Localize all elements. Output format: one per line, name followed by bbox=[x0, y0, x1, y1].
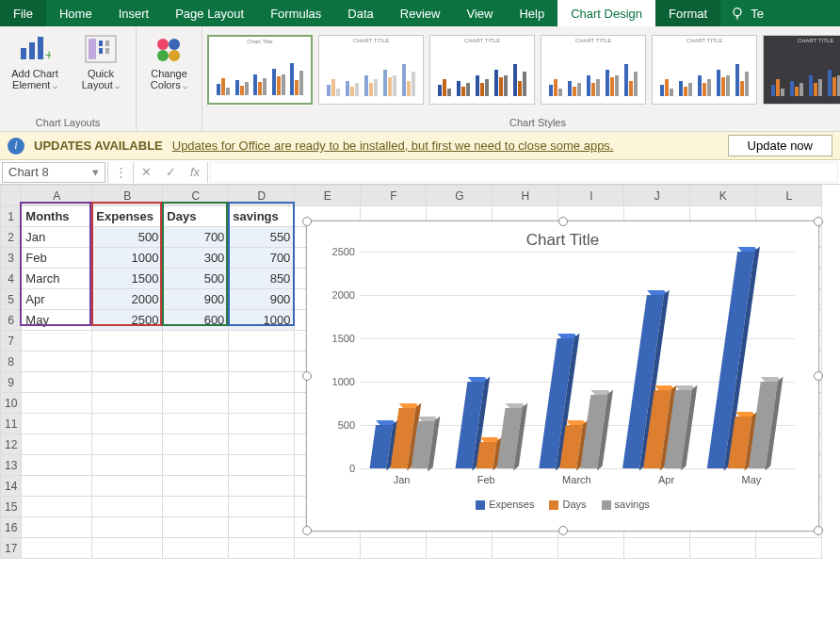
cell[interactable] bbox=[92, 393, 163, 414]
cell[interactable]: 700 bbox=[229, 248, 295, 269]
cell[interactable] bbox=[22, 331, 92, 352]
row-header-7[interactable]: 7 bbox=[1, 331, 22, 352]
tab-home[interactable]: Home bbox=[46, 0, 105, 26]
tab-page-layout[interactable]: Page Layout bbox=[162, 0, 257, 26]
tab-file[interactable]: File bbox=[0, 0, 46, 26]
quick-layout-button[interactable]: Quick Layout bbox=[71, 35, 131, 91]
cell[interactable] bbox=[229, 497, 295, 517]
cell[interactable] bbox=[163, 331, 229, 352]
cell[interactable] bbox=[229, 352, 295, 372]
cell[interactable] bbox=[295, 538, 361, 559]
cell[interactable] bbox=[163, 352, 229, 372]
cell[interactable] bbox=[163, 372, 229, 393]
cell[interactable]: Days bbox=[163, 206, 229, 227]
tab-view[interactable]: View bbox=[453, 0, 506, 26]
resize-handle[interactable] bbox=[302, 371, 312, 381]
chart-style-3[interactable]: CHART TITLE bbox=[429, 35, 535, 105]
col-header-H[interactable]: H bbox=[493, 186, 558, 206]
row-header-15[interactable]: 15 bbox=[1, 497, 22, 517]
cell[interactable] bbox=[229, 414, 295, 434]
row-header-13[interactable]: 13 bbox=[1, 455, 22, 476]
cell[interactable] bbox=[229, 517, 295, 538]
resize-handle[interactable] bbox=[302, 526, 312, 535]
cell[interactable]: Months bbox=[22, 206, 92, 227]
cell[interactable]: Jan bbox=[22, 227, 92, 248]
cell[interactable]: 550 bbox=[229, 227, 295, 248]
cell[interactable] bbox=[624, 538, 690, 559]
tab-data[interactable]: Data bbox=[334, 0, 386, 26]
cancel-formula-button[interactable]: ✕ bbox=[134, 165, 158, 179]
tab-insert[interactable]: Insert bbox=[105, 0, 163, 26]
bar-Days[interactable] bbox=[476, 442, 496, 468]
row-header-1[interactable]: 1 bbox=[1, 206, 22, 227]
cell[interactable] bbox=[427, 538, 493, 559]
change-colors-button[interactable]: Change Colors bbox=[139, 29, 200, 91]
cell[interactable] bbox=[163, 455, 229, 476]
cell[interactable] bbox=[163, 414, 229, 434]
cell[interactable] bbox=[22, 517, 92, 538]
cell[interactable] bbox=[92, 352, 163, 372]
cell[interactable]: savings bbox=[229, 206, 295, 227]
cell[interactable]: 2500 bbox=[92, 310, 163, 331]
row-header-3[interactable]: 3 bbox=[1, 248, 22, 269]
col-header-G[interactable]: G bbox=[427, 186, 493, 206]
resize-handle[interactable] bbox=[558, 526, 568, 535]
col-header-C[interactable]: C bbox=[163, 186, 229, 206]
resize-handle[interactable] bbox=[302, 217, 312, 226]
expand-icon[interactable]: ⋮ bbox=[108, 165, 133, 179]
row-header-14[interactable]: 14 bbox=[1, 476, 22, 497]
cell[interactable]: 900 bbox=[163, 289, 229, 310]
cell[interactable]: Expenses bbox=[92, 206, 163, 227]
tab-formulas[interactable]: Formulas bbox=[257, 0, 334, 26]
row-header-8[interactable]: 8 bbox=[1, 352, 22, 372]
cell[interactable] bbox=[163, 538, 229, 559]
legend-item[interactable]: savings bbox=[602, 499, 650, 510]
legend-item[interactable]: Days bbox=[549, 499, 586, 510]
chart-style-4[interactable]: CHART TITLE bbox=[541, 35, 646, 105]
name-box[interactable]: Chart 8 ▾ bbox=[2, 162, 105, 183]
row-header-4[interactable]: 4 bbox=[1, 269, 22, 289]
col-header-D[interactable]: D bbox=[229, 186, 295, 206]
row-header-17[interactable]: 17 bbox=[1, 538, 22, 559]
cell[interactable]: 1000 bbox=[229, 310, 295, 331]
cell[interactable] bbox=[92, 517, 163, 538]
cell[interactable] bbox=[92, 372, 163, 393]
add-chart-element-button[interactable]: + Add Chart Element bbox=[5, 35, 65, 91]
cell[interactable] bbox=[163, 393, 229, 414]
tab-review[interactable]: Review bbox=[387, 0, 454, 26]
row-header-6[interactable]: 6 bbox=[1, 310, 22, 331]
col-header-A[interactable]: A bbox=[22, 186, 92, 206]
cell[interactable] bbox=[229, 455, 295, 476]
cell[interactable] bbox=[229, 331, 295, 352]
tab-chart-design[interactable]: Chart Design bbox=[557, 0, 655, 26]
select-all-cell[interactable] bbox=[1, 186, 22, 206]
cell[interactable]: 500 bbox=[163, 269, 229, 289]
fx-icon[interactable]: fx bbox=[183, 165, 207, 179]
chart-style-2[interactable]: CHART TITLE bbox=[318, 35, 424, 105]
cell[interactable] bbox=[493, 538, 558, 559]
cell[interactable]: March bbox=[22, 269, 92, 289]
resize-handle[interactable] bbox=[814, 371, 823, 381]
cell[interactable]: 300 bbox=[163, 248, 229, 269]
cell[interactable] bbox=[229, 434, 295, 455]
cell[interactable] bbox=[22, 538, 92, 559]
bar-savings[interactable] bbox=[496, 408, 522, 468]
cell[interactable] bbox=[92, 538, 163, 559]
cell[interactable] bbox=[92, 497, 163, 517]
row-header-9[interactable]: 9 bbox=[1, 372, 22, 393]
chart-style-6[interactable]: CHART TITLE bbox=[763, 35, 840, 105]
row-header-11[interactable]: 11 bbox=[1, 414, 22, 434]
row-header-16[interactable]: 16 bbox=[1, 517, 22, 538]
cell[interactable] bbox=[22, 434, 92, 455]
cell[interactable] bbox=[163, 434, 229, 455]
cell[interactable] bbox=[92, 331, 163, 352]
resize-handle[interactable] bbox=[814, 217, 823, 226]
cell[interactable] bbox=[163, 476, 229, 497]
cell[interactable]: 850 bbox=[229, 269, 295, 289]
cell[interactable] bbox=[229, 393, 295, 414]
row-header-10[interactable]: 10 bbox=[1, 393, 22, 414]
cell[interactable] bbox=[229, 372, 295, 393]
col-header-K[interactable]: K bbox=[690, 186, 756, 206]
tab-help[interactable]: Help bbox=[506, 0, 557, 26]
cell[interactable] bbox=[22, 476, 92, 497]
